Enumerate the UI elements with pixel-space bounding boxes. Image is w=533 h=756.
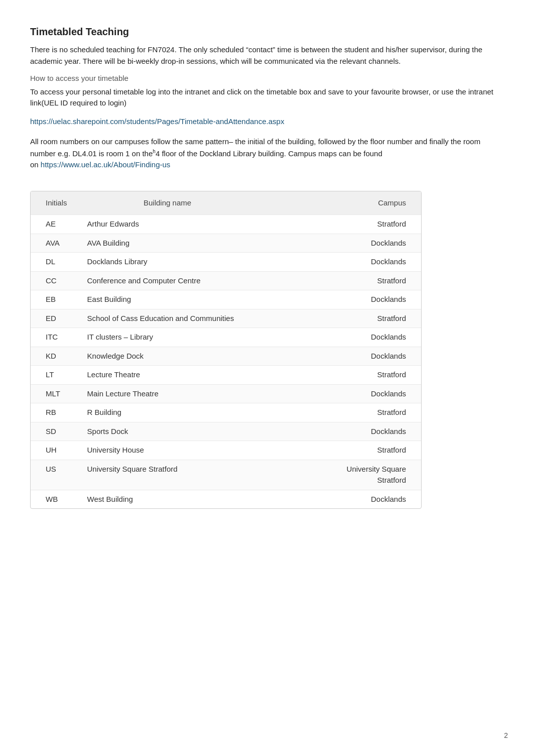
cell-initials: US (31, 460, 77, 490)
cell-building: East Building (77, 290, 258, 309)
section-title: Timetabled Teaching (30, 24, 503, 39)
table-row: SDSports DockDocklands (31, 422, 421, 441)
cell-building: Sports Dock (77, 422, 258, 441)
table-header-row: Initials Building name Campus (31, 191, 421, 215)
cell-initials: WB (31, 490, 77, 508)
col-header-campus: Campus (258, 191, 421, 215)
timetable-link[interactable]: https://uelac.sharepoint.com/students/Pa… (30, 117, 284, 126)
cell-building: Main Lecture Theatre (77, 384, 258, 403)
table-row: ITCIT clusters – LibraryDocklands (31, 328, 421, 347)
cell-building: Knowledge Dock (77, 347, 258, 366)
cell-campus: Docklands (258, 490, 421, 508)
table-row: EBEast BuildingDocklands (31, 290, 421, 309)
table-row: AVAAVA BuildingDocklands (31, 234, 421, 253)
table-row: WBWest BuildingDocklands (31, 490, 421, 508)
cell-building: IT clusters – Library (77, 328, 258, 347)
cell-campus: Docklands (258, 347, 421, 366)
table-row: RBR BuildingStratford (31, 403, 421, 422)
cell-initials: RB (31, 403, 77, 422)
cell-building: University House (77, 441, 258, 460)
cell-building: University Square Stratford (77, 460, 258, 490)
how-to-label: How to access your timetable (30, 73, 503, 84)
cell-initials: KD (31, 347, 77, 366)
cell-campus: Stratford (258, 309, 421, 328)
cell-building: Lecture Theatre (77, 366, 258, 385)
cell-initials: AVA (31, 234, 77, 253)
cell-campus: University SquareStratford (258, 460, 421, 490)
cell-campus: Stratford (258, 271, 421, 290)
table-row: MLTMain Lecture TheatreDocklands (31, 384, 421, 403)
cell-building: Docklands Library (77, 253, 258, 272)
cell-initials: MLT (31, 384, 77, 403)
table-row: DLDocklands LibraryDocklands (31, 253, 421, 272)
cell-building: R Building (77, 403, 258, 422)
buildings-table-wrapper: Initials Building name Campus AEArthur E… (30, 191, 422, 509)
table-row: KDKnowledge DockDocklands (31, 347, 421, 366)
cell-campus: Docklands (258, 290, 421, 309)
cell-campus: Stratford (258, 366, 421, 385)
cell-initials: LT (31, 366, 77, 385)
cell-campus: Docklands (258, 328, 421, 347)
cell-initials: ED (31, 309, 77, 328)
cell-campus: Docklands (258, 384, 421, 403)
paragraph-2: To access your personal timetable log in… (30, 86, 503, 109)
finding-us-link[interactable]: https://www.uel.ac.uk/About/Finding-us (41, 160, 170, 169)
cell-building: School of Cass Education and Communities (77, 309, 258, 328)
cell-building: Arthur Edwards (77, 215, 258, 234)
cell-initials: SD (31, 422, 77, 441)
cell-initials: ITC (31, 328, 77, 347)
cell-initials: CC (31, 271, 77, 290)
col-header-initials: Initials (31, 191, 77, 215)
cell-building: West Building (77, 490, 258, 508)
table-row: AEArthur EdwardsStratford (31, 215, 421, 234)
paragraph-1: There is no scheduled teaching for FN702… (30, 44, 503, 67)
paragraph-3: All room numbers on our campuses follow … (30, 136, 503, 171)
cell-campus: Stratford (258, 441, 421, 460)
cell-initials: DL (31, 253, 77, 272)
link1-block: https://uelac.sharepoint.com/students/Pa… (30, 116, 503, 128)
cell-initials: EB (31, 290, 77, 309)
cell-campus: Stratford (258, 403, 421, 422)
table-row: CCConference and Computer CentreStratfor… (31, 271, 421, 290)
cell-building: Conference and Computer Centre (77, 271, 258, 290)
col-header-building: Building name (77, 191, 258, 215)
buildings-table: Initials Building name Campus AEArthur E… (31, 191, 421, 509)
table-row: LTLecture TheatreStratford (31, 366, 421, 385)
table-row: UHUniversity HouseStratford (31, 441, 421, 460)
cell-campus: Docklands (258, 422, 421, 441)
cell-campus: Docklands (258, 234, 421, 253)
cell-campus: Stratford (258, 215, 421, 234)
table-row: EDSchool of Cass Education and Communiti… (31, 309, 421, 328)
table-row: USUniversity Square StratfordUniversity … (31, 460, 421, 490)
cell-building: AVA Building (77, 234, 258, 253)
cell-initials: AE (31, 215, 77, 234)
cell-initials: UH (31, 441, 77, 460)
cell-campus: Docklands (258, 253, 421, 272)
